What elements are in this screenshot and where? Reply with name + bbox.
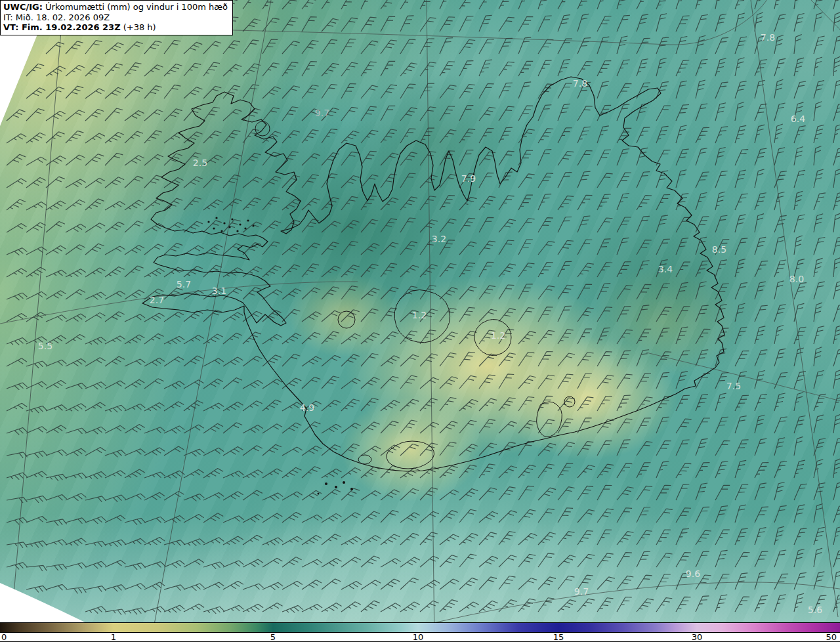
wind-barb [814,570,824,591]
wind-barb [361,173,378,192]
wind-barb [223,605,243,617]
wind-barb [696,191,707,212]
wind-barb [26,86,45,103]
wind-barb [164,559,184,572]
wind-barb [578,528,593,548]
wind-barb [774,303,786,324]
wind-barb [341,555,361,572]
wind-barb [440,14,455,35]
wind-barb [26,290,47,304]
wind-barb [341,150,358,169]
wind-barb [735,192,748,212]
wind-barb [400,555,420,572]
wind-barb [479,575,497,593]
value-label: 9.7 [315,108,329,118]
wind-barb [302,286,320,303]
wind-barb [459,576,478,593]
wind-barb [637,439,652,459]
wind-barb [66,562,87,572]
map-canvas: 7.86.47.82.59.77.93.23.48.58.05.73.12.75… [0,0,840,642]
wind-barb [144,267,165,282]
wind-barb [341,0,356,12]
wind-barb [479,171,494,191]
wind-barb [676,349,690,369]
wind-barb [361,420,380,437]
wind-barb [518,58,533,79]
wind-barb [499,509,517,526]
wind-barb [597,148,611,168]
wind-barb [479,105,495,124]
wind-barb [774,213,787,234]
wind-barb [499,484,516,503]
wind-barb [164,425,184,439]
wind-barb [381,374,398,393]
wind-barb [184,244,203,260]
wind-barb [676,393,690,414]
wind-barb [833,280,840,301]
wind-barb [459,350,475,370]
wind-barb [262,264,281,282]
wind-barb [637,282,651,302]
wind-barb [499,193,514,213]
wind-barb [125,358,145,372]
wind-barb [774,57,786,78]
wind-barb [656,281,670,301]
wind-barb [696,13,708,34]
wind-barb [243,513,263,528]
wind-barb [459,0,475,12]
wind-barb [696,146,707,167]
wind-barb [774,370,788,391]
wind-barb [46,64,66,81]
wind-barb [676,526,689,547]
wind-barb [66,198,85,215]
wind-barb [203,84,221,102]
wind-barb [322,423,341,438]
wind-barb [735,101,744,122]
wind-barb [558,484,575,503]
wind-barb [282,511,301,527]
wind-barb [656,0,669,11]
wind-barb [262,105,280,124]
wind-barb [459,507,476,526]
wind-barb [7,381,28,394]
wind-barb [558,238,574,258]
wind-barb [66,402,86,416]
wind-barb [184,468,204,482]
wind-barb [66,333,85,349]
wind-barb [597,192,611,212]
wind-barb [440,508,458,526]
wind-barb [361,286,379,304]
wind-barb [637,0,650,12]
wind-barb [774,593,786,614]
wind-barb [164,196,182,214]
wind-barb [617,236,629,257]
wind-barb [400,284,417,303]
wind-barb [479,417,495,437]
wind-barb [105,106,123,125]
wind-barb [85,267,105,282]
wind-barb [420,396,438,414]
wind-barb [302,0,318,12]
wind-barb [774,392,786,413]
wind-barb [794,213,805,234]
wind-barb [617,437,631,458]
wind-barb [715,102,726,123]
wind-barb [637,596,654,615]
wind-barb [105,469,125,483]
wind-barb [715,572,729,592]
colorbar-tick: 30 [692,632,703,642]
wind-barb [833,548,840,569]
wind-barb [144,426,165,439]
wind-barb [578,552,595,571]
wind-barb [66,312,86,327]
wind-barb [26,585,47,595]
wind-barb [479,0,494,12]
wind-barb [262,557,282,572]
wind-barb [774,347,786,368]
wind-barb [184,379,204,394]
wind-barb [262,195,280,214]
wind-barb [735,550,749,570]
wind-barb [282,421,301,437]
wind-barb [794,547,805,568]
wind-barb [322,171,337,191]
